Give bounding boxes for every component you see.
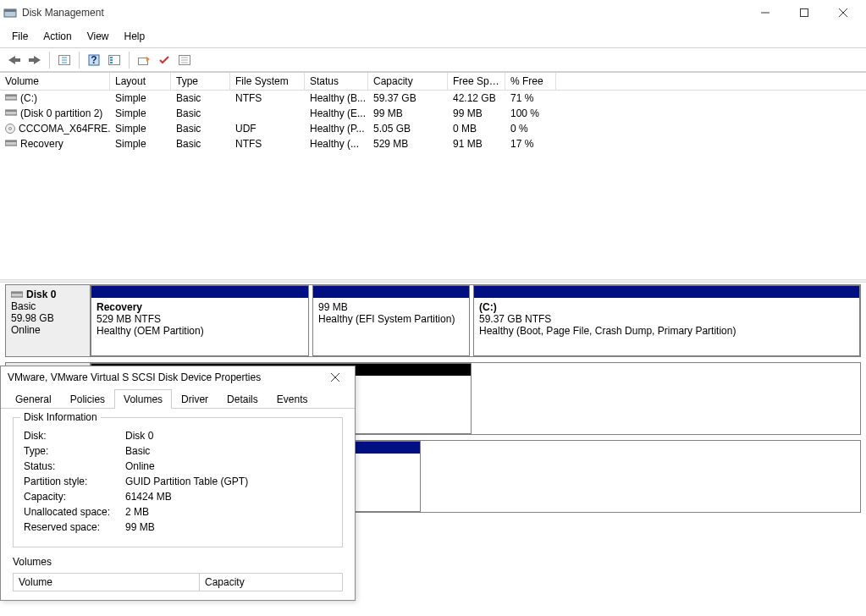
volume-list-pane: Volume Layout Type File System Status Ca… <box>0 72 866 279</box>
cell-type: Basic <box>171 91 230 106</box>
reserved-k: Reserved space: <box>24 521 125 533</box>
partition-status: Healthy (EFI System Partition) <box>318 313 464 325</box>
tab-driver[interactable]: Driver <box>172 389 218 409</box>
tab-general[interactable]: General <box>6 389 61 409</box>
volume-list-header: Volume Layout Type File System Status Ca… <box>0 73 866 91</box>
volume-icon <box>5 124 15 134</box>
partition-name: (C:) <box>479 301 854 313</box>
partition-efi[interactable]: 99 MB Healthy (EFI System Partition) <box>312 285 470 356</box>
col-type[interactable]: Type <box>171 73 230 90</box>
dialog-body: Disk Information Disk:Disk 0 Type:Basic … <box>1 409 355 600</box>
cell-pfree: 17 % <box>505 136 556 151</box>
svg-rect-16 <box>139 58 148 64</box>
close-button[interactable] <box>824 0 863 25</box>
partition-bar <box>91 286 308 298</box>
partition-size: 99 MB <box>318 301 464 313</box>
volume-list-row[interactable]: CCCOMA_X64FRE...SimpleBasicUDFHealthy (P… <box>0 121 866 136</box>
col-volume[interactable]: Volume <box>0 73 110 90</box>
cell-type: Basic <box>171 121 230 136</box>
reserved-v: 99 MB <box>125 521 332 533</box>
tab-events[interactable]: Events <box>268 389 317 409</box>
unalloc-k: Unallocated space: <box>24 506 125 518</box>
col-fs[interactable]: File System <box>230 73 305 90</box>
col-status[interactable]: Status <box>305 73 368 90</box>
col-pfree[interactable]: % Free <box>505 73 556 90</box>
partition-bar <box>313 286 469 298</box>
svg-rect-1 <box>4 9 16 12</box>
volume-list-rows: (C:)SimpleBasicNTFSHealthy (B...59.37 GB… <box>0 91 866 151</box>
menu-action[interactable]: Action <box>36 27 78 46</box>
title-bar: Disk Management <box>0 0 866 25</box>
partition-size: 59.37 GB NTFS <box>479 313 854 325</box>
partition-c[interactable]: (C:) 59.37 GB NTFS Healthy (Boot, Page F… <box>473 285 860 356</box>
cell-layout: Simple <box>110 106 171 121</box>
cell-type: Basic <box>171 106 230 121</box>
toolbar-separator <box>79 52 80 69</box>
app-icon <box>3 6 17 19</box>
tab-details[interactable]: Details <box>218 389 268 409</box>
show-hide-console-icon[interactable] <box>55 51 74 69</box>
cell-status: Healthy (B... <box>305 91 368 106</box>
cell-fs <box>230 106 305 121</box>
menu-file[interactable]: File <box>5 27 35 46</box>
settings-list-icon[interactable] <box>105 51 124 69</box>
volume-list-row[interactable]: (Disk 0 partition 2)SimpleBasicHealthy (… <box>0 106 866 121</box>
tab-policies[interactable]: Policies <box>61 389 114 409</box>
status-v: Online <box>125 460 332 472</box>
menu-help[interactable]: Help <box>118 27 152 46</box>
partition-status: Healthy (Boot, Page File, Crash Dump, Pr… <box>479 325 854 337</box>
disk-0-row[interactable]: Disk 0 Basic 59.98 GB Online Recovery 52… <box>5 284 861 357</box>
volume-name: Recovery <box>20 138 63 150</box>
disk-info-group: Disk Information Disk:Disk 0 Type:Basic … <box>13 417 343 547</box>
cell-type: Basic <box>171 136 230 151</box>
partition-size: 529 MB NTFS <box>97 313 303 325</box>
partition-name: Recovery <box>97 301 303 313</box>
properties-icon[interactable] <box>175 51 194 69</box>
checkmark-icon[interactable] <box>155 51 174 69</box>
dialog-close-button[interactable] <box>331 373 348 382</box>
col-layout[interactable]: Layout <box>110 73 171 90</box>
maximize-button[interactable] <box>785 0 824 25</box>
back-button[interactable] <box>5 51 24 69</box>
pane-splitter[interactable] <box>0 279 866 283</box>
svg-rect-3 <box>801 9 808 17</box>
vol-col-volume[interactable]: Volume <box>14 574 200 591</box>
toolbar: ? <box>0 48 866 72</box>
forward-button[interactable] <box>25 51 44 69</box>
volume-list-row[interactable]: (C:)SimpleBasicNTFSHealthy (B...59.37 GB… <box>0 91 866 106</box>
cell-layout: Simple <box>110 136 171 151</box>
cell-free: 42.12 GB <box>448 91 505 106</box>
cell-layout: Simple <box>110 91 171 106</box>
cell-pfree: 71 % <box>505 91 556 106</box>
cell-layout: Simple <box>110 121 171 136</box>
cell-free: 91 MB <box>448 136 505 151</box>
volume-list-row[interactable]: RecoverySimpleBasicNTFSHealthy (...529 M… <box>0 136 866 151</box>
refresh-icon[interactable] <box>135 51 153 69</box>
toolbar-separator <box>129 52 130 69</box>
help-icon[interactable]: ? <box>85 51 103 69</box>
disk-type: Basic <box>11 300 85 312</box>
volumes-legend: Volumes <box>13 556 343 568</box>
type-v: Basic <box>125 445 332 457</box>
cell-capacity: 99 MB <box>368 106 448 121</box>
dialog-title-bar[interactable]: VMware, VMware Virtual S SCSI Disk Devic… <box>1 366 355 388</box>
cell-status: Healthy (... <box>305 136 368 151</box>
col-free[interactable]: Free Spa... <box>448 73 505 90</box>
vol-col-capacity[interactable]: Capacity <box>200 574 342 591</box>
disk-size: 59.98 GB <box>11 312 85 324</box>
partition-recovery[interactable]: Recovery 529 MB NTFS Healthy (OEM Partit… <box>91 285 309 356</box>
disk-icon <box>11 290 23 299</box>
tab-volumes[interactable]: Volumes <box>114 389 172 409</box>
volume-icon <box>5 93 17 103</box>
cell-capacity: 529 MB <box>368 136 448 151</box>
menu-bar: File Action View Help <box>0 25 866 48</box>
menu-view[interactable]: View <box>80 27 116 46</box>
disk-status: Online <box>11 324 85 336</box>
cell-free: 99 MB <box>448 106 505 121</box>
volume-name: CCCOMA_X64FRE... <box>19 123 110 135</box>
col-capacity[interactable]: Capacity <box>368 73 448 90</box>
disk-v: Disk 0 <box>125 430 332 442</box>
minimize-button[interactable] <box>746 0 785 25</box>
cell-fs: UDF <box>230 121 305 136</box>
volumes-table: Volume Capacity <box>13 573 343 591</box>
